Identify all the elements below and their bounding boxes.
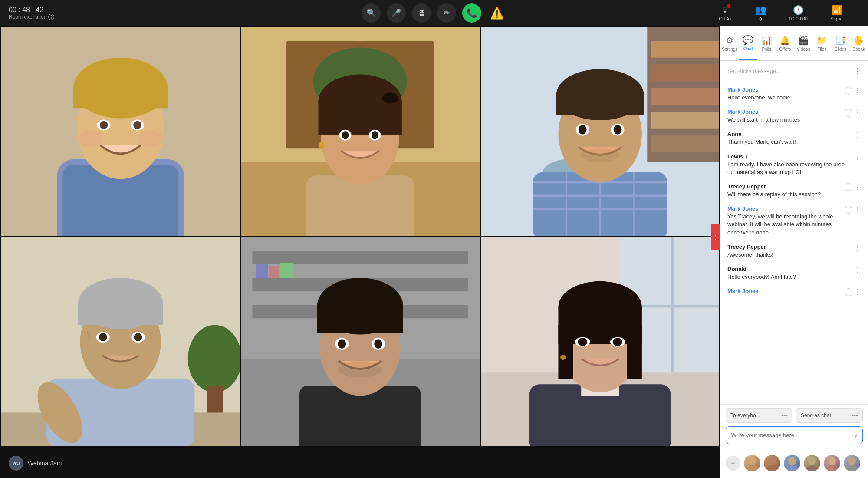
msg-circle-9[interactable] <box>845 288 852 296</box>
slides-label: Slides <box>835 47 846 52</box>
svg-point-102 <box>560 355 566 360</box>
svg-point-113 <box>848 457 856 465</box>
svg-point-109 <box>808 457 816 465</box>
signal-nav[interactable]: 📶 Signal <box>830 5 844 21</box>
msg-text-3: Thank you Mark, can't wait! <box>727 138 851 146</box>
svg-rect-62 <box>78 303 163 325</box>
signal-label: Signal <box>830 16 844 21</box>
help-icon[interactable]: ? <box>48 14 54 20</box>
settings-icon: ⚙ <box>726 35 733 46</box>
msg-content-4: Lewis T. I am ready. I have also been re… <box>727 153 851 176</box>
svg-rect-69 <box>253 251 468 264</box>
attendee-avatar-4[interactable] <box>804 455 820 471</box>
sticky-message-input[interactable]: Set sticky message... <box>727 68 781 74</box>
svg-point-104 <box>746 465 758 471</box>
msg-content-5: Trecey Pepper Will there be a replay of … <box>727 183 841 198</box>
msg-dots-6[interactable]: ⋮ <box>854 205 861 214</box>
msg-content-2: Mark Jones We will start in a few minute… <box>727 109 841 124</box>
svg-rect-97 <box>627 325 641 379</box>
svg-point-12 <box>139 130 163 146</box>
svg-point-52 <box>580 148 620 162</box>
chat-message-2: Mark Jones We will start in a few minute… <box>720 105 868 127</box>
msg-circle-2[interactable] <box>845 109 852 117</box>
msg-dots-9[interactable]: ⋮ <box>854 288 861 296</box>
msg-dots-5[interactable]: ⋮ <box>854 183 861 191</box>
recipient-dots-icon: ••• <box>781 412 788 419</box>
attendee-avatar-1[interactable] <box>744 455 760 471</box>
video-cell-5 <box>241 237 479 446</box>
participants-nav[interactable]: 👥 0 <box>755 4 766 22</box>
side-menu-button[interactable]: ⋮ <box>711 224 720 250</box>
app-label: WebinarJam <box>28 460 62 467</box>
sticky-dots-button[interactable]: ⋮ <box>853 66 861 76</box>
video-area: ⋮ <box>0 26 720 448</box>
videos-label: Videos <box>797 47 810 52</box>
mic-button[interactable]: 🎤 <box>387 3 406 23</box>
msg-dots-7[interactable]: ⋮ <box>854 244 861 252</box>
sidebar-item-slides[interactable]: 📑 Slides <box>831 26 850 60</box>
send-as-chat-button[interactable]: Send as chat ••• <box>796 408 863 423</box>
sidebar-item-files[interactable]: 📁 Files <box>813 26 832 60</box>
msg-dots-2[interactable]: ⋮ <box>854 109 861 117</box>
search-button[interactable]: 🔍 <box>362 3 381 23</box>
timer-area: 00 : 48 : 42 Room expiration ? <box>9 6 54 20</box>
msg-dots-8[interactable]: ⋮ <box>854 266 861 274</box>
msg-circle-5[interactable] <box>845 183 852 191</box>
call-button[interactable]: 📞 <box>462 3 481 23</box>
send-message-button[interactable]: › <box>852 429 859 442</box>
timer-display: 00 : 48 : 42 <box>9 6 54 14</box>
off-air-nav[interactable]: 🎙 Off Air <box>719 5 732 21</box>
attendee-avatar-3[interactable] <box>784 455 800 471</box>
svg-point-101 <box>613 338 622 346</box>
svg-point-51 <box>613 125 621 135</box>
msg-dots-3[interactable]: ⋮ <box>854 131 861 139</box>
attendee-avatar-2[interactable] <box>764 455 780 471</box>
chat-message-6: Mark Jones Yes Tracey, we will be record… <box>720 202 868 240</box>
files-icon: 📁 <box>816 35 827 46</box>
add-attendee-button[interactable]: + <box>726 456 740 471</box>
msg-circle-6[interactable] <box>845 206 852 214</box>
svg-point-110 <box>806 465 818 471</box>
settings-label: Settings <box>722 47 737 52</box>
sidebar-item-settings[interactable]: ⚙ Settings <box>720 26 739 60</box>
svg-point-108 <box>786 465 798 471</box>
svg-point-112 <box>826 465 838 471</box>
msg-sender-5: Trecey Pepper <box>727 183 841 190</box>
chat-message-3: Anne Thank you Mark, can't wait! ⋮ <box>720 127 868 149</box>
sidebar-item-videos[interactable]: 🎬 Videos <box>794 26 813 60</box>
msg-dots-1[interactable]: ⋮ <box>854 86 861 95</box>
attendee-avatar-6[interactable] <box>844 455 860 471</box>
msg-sender-3: Anne <box>727 131 851 137</box>
sidebar-item-polls[interactable]: 📊 Polls <box>757 26 776 60</box>
msg-sender-1: Mark Jones <box>727 86 841 93</box>
screen-share-button[interactable]: 🖥 <box>412 3 431 23</box>
svg-rect-74 <box>280 263 293 278</box>
chat-message-8: Donald Hello everybody! Am I late? ⋮ <box>720 262 868 284</box>
sidebar-item-offers[interactable]: 🔔 Offers <box>776 26 795 60</box>
bottom-video-area: WJ WebinarJam <box>0 448 720 478</box>
chat-message-4: Lewis T. I am ready. I have also been re… <box>720 150 868 180</box>
video-cell-6 <box>481 237 719 446</box>
msg-circle-1[interactable] <box>845 87 852 95</box>
pen-button[interactable]: ✏ <box>437 3 456 23</box>
msg-actions-1: ⋮ <box>845 86 861 95</box>
svg-point-83 <box>375 339 383 349</box>
svg-point-23 <box>382 93 398 104</box>
right-panel: ⚙ Settings 💬 Chat 📊 Polls 🔔 Offers 🎬 Vid <box>720 26 868 448</box>
sidebar-item-speak[interactable]: 🖐 Speak <box>850 26 868 60</box>
svg-rect-18 <box>306 175 414 236</box>
msg-dots-4[interactable]: ⋮ <box>854 153 861 162</box>
svg-point-107 <box>788 457 796 465</box>
speak-label: Speak <box>853 47 865 52</box>
svg-point-84 <box>339 361 381 377</box>
attendee-avatar-5[interactable] <box>824 455 840 471</box>
msg-content-3: Anne Thank you Mark, can't wait! <box>727 131 851 146</box>
svg-rect-6 <box>73 88 168 109</box>
duration-nav[interactable]: 🕐 00:00:00 <box>789 5 808 21</box>
offers-icon: 🔔 <box>779 35 790 46</box>
recipient-selector[interactable]: To everybо... ••• <box>726 408 792 423</box>
svg-rect-47 <box>556 95 644 115</box>
sidebar-item-chat[interactable]: 💬 Chat <box>739 26 758 60</box>
chat-message-input[interactable] <box>730 427 852 444</box>
svg-rect-31 <box>651 41 719 58</box>
